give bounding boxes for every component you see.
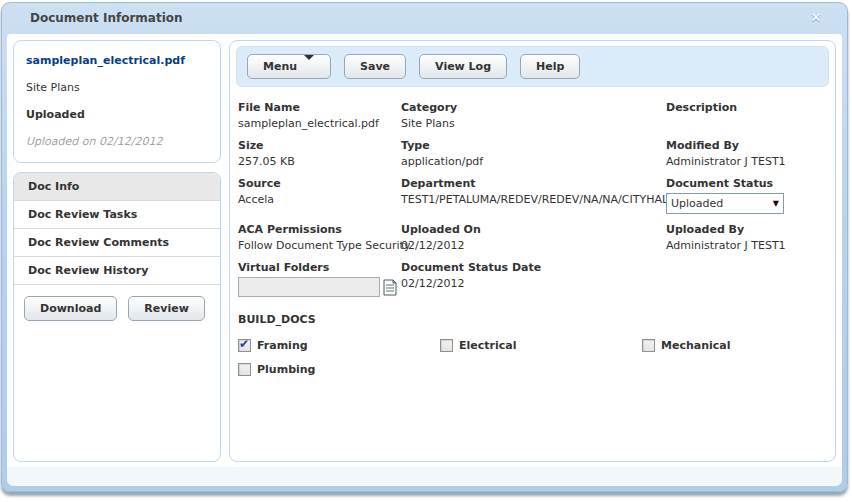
field-department: Department TEST1/PETALUMA/REDEV/REDEV/NA…: [401, 177, 666, 214]
file-category-text: Site Plans: [26, 81, 208, 94]
view-log-button[interactable]: View Log: [419, 54, 507, 79]
document-status-select[interactable]: Uploaded ▼: [666, 193, 784, 214]
sidebar-item-doc-review-comments[interactable]: Doc Review Comments: [14, 229, 220, 257]
menu-button-label: Menu: [263, 60, 297, 73]
field-label: File Name: [238, 101, 395, 114]
sidebar-item-doc-review-tasks[interactable]: Doc Review Tasks: [14, 201, 220, 229]
field-value: Administrator J TEST1: [666, 155, 829, 168]
field-aca-permissions: ACA Permissions Follow Document Type Sec…: [238, 223, 401, 252]
field-label: ACA Permissions: [238, 223, 395, 236]
sidebar-item-doc-review-history[interactable]: Doc Review History: [14, 257, 220, 285]
field-size: Size 257.05 KB: [238, 139, 401, 168]
download-button[interactable]: Download: [24, 296, 117, 321]
toolbar: Menu Save View Log Help: [236, 46, 829, 87]
menu-dropdown-icon: [304, 60, 315, 73]
field-value: TEST1/PETALUMA/REDEV/REDEV/NA/NA/CITYHAL…: [401, 193, 660, 206]
review-button[interactable]: Review: [128, 296, 205, 321]
chevron-down-icon: ▼: [773, 199, 779, 208]
dialog-titlebar: Document Information: [2, 3, 847, 32]
field-label: Category: [401, 101, 660, 114]
document-status-selected-value: Uploaded: [671, 197, 773, 210]
build-docs-checkbox-group: Framing Electrical Mechanical Plumbing: [238, 339, 835, 376]
checkbox-framing[interactable]: Framing: [238, 339, 440, 352]
field-file-name: File Name sampleplan_electrical.pdf: [238, 101, 401, 130]
checkbox-icon: [238, 339, 251, 352]
checkbox-icon: [238, 363, 251, 376]
field-label: Uploaded On: [401, 223, 660, 236]
checkbox-label: Mechanical: [661, 339, 731, 352]
checkbox-mechanical[interactable]: Mechanical: [642, 339, 835, 352]
dialog-footer: [7, 467, 842, 486]
field-value: 02/12/2012: [401, 277, 660, 290]
field-empty: [666, 261, 835, 297]
field-uploaded-on: Uploaded On 02/12/2012: [401, 223, 666, 252]
main-panel: Menu Save View Log Help File Name sample…: [229, 40, 836, 462]
menu-button[interactable]: Menu: [247, 54, 331, 79]
field-category: Category Site Plans: [401, 101, 666, 130]
document-information-dialog: Document Information ✕ sampleplan_electr…: [1, 2, 848, 492]
field-value: Follow Document Type Security: [238, 239, 395, 252]
dialog-title: Document Information: [30, 11, 183, 25]
field-type: Type application/pdf: [401, 139, 666, 168]
field-value: application/pdf: [401, 155, 660, 168]
dialog-content: sampleplan_electrical.pdf Site Plans Upl…: [13, 40, 836, 462]
checkbox-electrical[interactable]: Electrical: [440, 339, 642, 352]
field-virtual-folders: Virtual Folders: [238, 261, 401, 297]
checkbox-icon: [642, 339, 655, 352]
document-form: File Name sampleplan_electrical.pdf Cate…: [238, 101, 835, 297]
checkbox-icon: [440, 339, 453, 352]
field-value: sampleplan_electrical.pdf: [238, 117, 395, 130]
field-modified-by: Modified By Administrator J TEST1: [666, 139, 835, 168]
virtual-folders-input[interactable]: [238, 277, 380, 297]
field-label: Size: [238, 139, 395, 152]
close-icon[interactable]: ✕: [807, 10, 825, 26]
checkbox-plumbing[interactable]: Plumbing: [238, 363, 440, 376]
checkbox-label: Plumbing: [257, 363, 315, 376]
field-value: Accela: [238, 193, 395, 206]
field-label: Document Status Date: [401, 261, 660, 274]
field-value: 257.05 KB: [238, 155, 395, 168]
file-uploaded-note: Uploaded on 02/12/2012: [26, 135, 208, 148]
field-label: Description: [666, 101, 829, 114]
field-value: Administrator J TEST1: [666, 239, 829, 252]
field-label: Source: [238, 177, 395, 190]
field-label: Department: [401, 177, 660, 190]
save-button[interactable]: Save: [344, 54, 406, 79]
file-summary-card: sampleplan_electrical.pdf Site Plans Upl…: [13, 40, 221, 163]
field-document-status: Document Status Uploaded ▼: [666, 177, 835, 214]
help-button[interactable]: Help: [520, 54, 580, 79]
field-label: Document Status: [666, 177, 829, 190]
field-source: Source Accela: [238, 177, 401, 214]
field-value: [666, 117, 829, 130]
checkbox-label: Framing: [257, 339, 308, 352]
sidebar: sampleplan_electrical.pdf Site Plans Upl…: [13, 40, 221, 462]
field-label: Virtual Folders: [238, 261, 395, 274]
field-description: Description: [666, 101, 835, 130]
field-value: Site Plans: [401, 117, 660, 130]
sidebar-item-doc-info[interactable]: Doc Info: [14, 173, 220, 201]
dialog-body: sampleplan_electrical.pdf Site Plans Upl…: [7, 34, 842, 486]
field-label: Uploaded By: [666, 223, 829, 236]
field-label: Type: [401, 139, 660, 152]
file-name-text: sampleplan_electrical.pdf: [26, 54, 208, 67]
field-value: 02/12/2012: [401, 239, 660, 252]
checkbox-label: Electrical: [459, 339, 516, 352]
folder-picker-icon[interactable]: [382, 279, 398, 297]
build-docs-group-title: BUILD_DOCS: [238, 313, 835, 326]
file-status-text: Uploaded: [26, 108, 208, 121]
field-uploaded-by: Uploaded By Administrator J TEST1: [666, 223, 835, 252]
field-document-status-date: Document Status Date 02/12/2012: [401, 261, 666, 297]
field-label: Modified By: [666, 139, 829, 152]
sidebar-button-row: Download Review: [14, 285, 220, 332]
sidebar-menu-card: Doc Info Doc Review Tasks Doc Review Com…: [13, 172, 221, 462]
